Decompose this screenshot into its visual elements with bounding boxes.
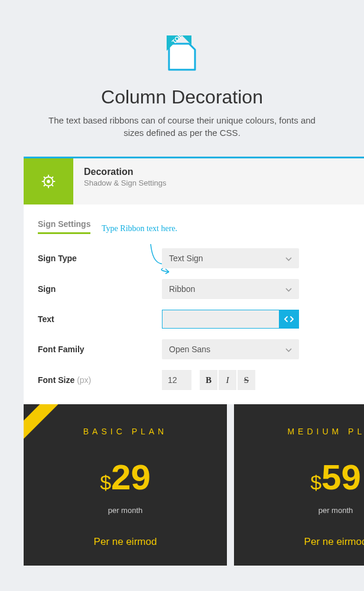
label-sign: Sign (38, 284, 162, 294)
page-title: Column Decoration (24, 86, 340, 108)
ribbon-icon (24, 404, 65, 447)
hero-icon: TOP (167, 35, 197, 74)
label-font-family: Font Family (38, 345, 162, 354)
annotation-text: Type Ribbon text here. (102, 223, 177, 234)
code-icon (284, 316, 294, 323)
bold-button[interactable]: B (200, 370, 217, 390)
select-sign-type[interactable]: Text Sign (162, 248, 299, 268)
page-subtitle: The text based ribbons can of course the… (40, 114, 324, 139)
svg-point-2 (47, 180, 50, 183)
chevron-down-icon (285, 345, 292, 354)
panel-title: Decoration (84, 167, 166, 177)
select-font-family[interactable]: Open Sans (162, 339, 299, 359)
hero-section: TOP Column Decoration The text based rib… (0, 0, 364, 157)
label-sign-type: Sign Type (38, 254, 162, 263)
italic-button[interactable]: I (219, 370, 236, 390)
strike-button[interactable]: S (238, 370, 255, 390)
svg-line-8 (51, 184, 53, 186)
svg-line-9 (44, 184, 46, 186)
select-sign[interactable]: Ribbon (162, 279, 299, 299)
gear-icon (24, 158, 73, 204)
panel-body: Sign Settings Type Ribbon text here. Sig… (24, 204, 364, 404)
plans-row: BASIC PLAN $29 per month Per ne eirmod M… (24, 404, 364, 566)
panel-subtitle: Shadow & Sign Settings (84, 178, 166, 187)
plan-name: BASIC PLAN (35, 427, 215, 436)
font-size-input[interactable] (162, 370, 191, 390)
label-text: Text (38, 314, 162, 324)
plan-medium: MEDIUM PLAN $59 per month Per ne eirmod (234, 404, 364, 566)
plan-name: MEDIUM PLAN (246, 427, 364, 436)
plan-period: per month (35, 506, 215, 515)
code-button[interactable] (279, 310, 299, 329)
plan-basic: BASIC PLAN $29 per month Per ne eirmod (24, 404, 227, 566)
plan-price: $59 (246, 460, 364, 495)
panel-header: Decoration Shadow & Sign Settings (24, 158, 364, 204)
settings-panel: Decoration Shadow & Sign Settings Sign S… (24, 157, 364, 404)
label-font-size: Font Size (px) (38, 375, 162, 385)
plan-desc: Per ne eirmod (246, 536, 364, 548)
plan-price: $29 (35, 460, 215, 495)
plan-desc: Per ne eirmod (35, 536, 215, 548)
plan-period: per month (246, 506, 364, 515)
tab-sign-settings[interactable]: Sign Settings (38, 219, 90, 234)
text-input[interactable] (162, 310, 279, 329)
chevron-down-icon (285, 254, 292, 263)
svg-line-7 (44, 177, 46, 178)
svg-line-10 (51, 177, 53, 178)
chevron-down-icon (285, 284, 292, 294)
